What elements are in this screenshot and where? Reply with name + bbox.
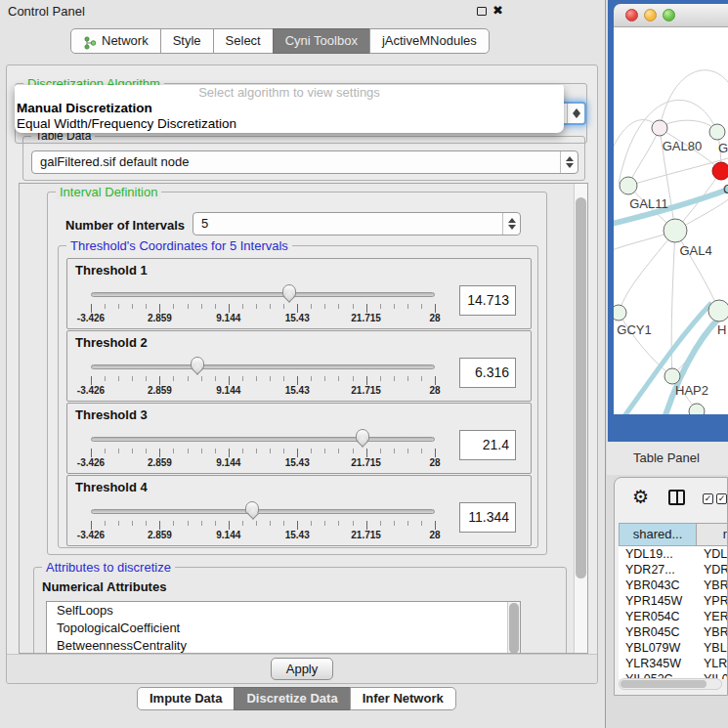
gear-icon[interactable]: ⚙ bbox=[632, 486, 649, 507]
panel-title: Control Panel bbox=[8, 4, 85, 19]
table-panel-title: Table Panel bbox=[633, 450, 700, 465]
mac-zoom-button[interactable] bbox=[663, 9, 675, 21]
network-node[interactable] bbox=[664, 368, 680, 384]
threshold-value-field[interactable]: 14.713 bbox=[459, 285, 516, 316]
table-cell[interactable]: YBR0 bbox=[697, 578, 728, 593]
spinner-down-icon bbox=[566, 163, 574, 168]
table-row[interactable]: YBR043CYBR0 bbox=[619, 578, 728, 593]
network-window-titlebar[interactable] bbox=[614, 4, 728, 27]
combo-spinner[interactable] bbox=[567, 104, 584, 123]
dropdown-option-manual-discretization[interactable]: Manual Discretization bbox=[15, 101, 564, 116]
slider-track[interactable] bbox=[91, 437, 435, 442]
tab-infer-network[interactable]: Infer Network bbox=[350, 687, 456, 710]
split-columns-icon[interactable] bbox=[668, 490, 685, 505]
table-cell[interactable]: YBR045C bbox=[619, 624, 697, 640]
table-cell[interactable]: YLR345W bbox=[619, 656, 697, 671]
close-icon[interactable]: ✖ bbox=[492, 3, 503, 18]
threshold-value-field[interactable]: 21.4 bbox=[459, 430, 516, 460]
table-row[interactable]: YDL19...YDL1 bbox=[619, 546, 728, 562]
network-node[interactable] bbox=[689, 404, 705, 414]
table-data-combobox[interactable]: galFiltered.sif default node bbox=[31, 150, 578, 174]
slider-thumb[interactable] bbox=[245, 501, 259, 514]
network-node[interactable] bbox=[620, 177, 637, 194]
algorithm-dropdown-popup: Select algorithm to view settings Manual… bbox=[15, 85, 564, 133]
table-cell[interactable]: YBR043C bbox=[619, 578, 697, 593]
attribute-list-item[interactable]: SelfLoops bbox=[47, 602, 520, 620]
network-node[interactable] bbox=[708, 300, 728, 321]
table-cell[interactable]: YBL0 bbox=[697, 640, 728, 656]
table-cell[interactable]: YER0 bbox=[697, 609, 728, 624]
column-header-name[interactable]: na bbox=[696, 523, 728, 546]
dropdown-option-equal-width-frequency[interactable]: Equal Width/Frequency Discretization bbox=[15, 116, 564, 132]
tick-label: 9.144 bbox=[216, 385, 240, 396]
network-node[interactable] bbox=[712, 162, 728, 180]
table-cell[interactable]: YPR1 bbox=[697, 593, 728, 609]
table-row[interactable]: YLR345WYLR3 bbox=[619, 656, 728, 671]
tab-cyni-toolbox[interactable]: Cyni Toolbox bbox=[273, 28, 370, 54]
mac-minimize-button[interactable] bbox=[644, 9, 657, 21]
slider-track[interactable] bbox=[91, 292, 435, 297]
tick-label: -3.426 bbox=[77, 385, 105, 396]
dropdown-placeholder: Select algorithm to view settings bbox=[15, 85, 564, 101]
attributes-scrollbar[interactable] bbox=[507, 602, 520, 654]
combo-spinner[interactable] bbox=[502, 213, 520, 235]
slider-thumb[interactable] bbox=[282, 284, 296, 297]
slider-tick-labels: -3.4262.8599.14415.4321.71528 bbox=[91, 385, 436, 398]
table-cell[interactable]: YER054C bbox=[619, 609, 697, 624]
table-row[interactable]: YBR045CYBR0 bbox=[619, 624, 728, 640]
table-cell[interactable]: YBR0 bbox=[697, 624, 728, 640]
threshold-value-field[interactable]: 6.316 bbox=[459, 358, 516, 388]
checkbox-icon[interactable]: ✓ bbox=[703, 493, 713, 504]
attribute-list-item[interactable]: BetweennessCentrality bbox=[47, 637, 520, 654]
tab-style[interactable]: Style bbox=[160, 28, 214, 54]
table-row[interactable]: YBL079WYBL0 bbox=[619, 640, 728, 656]
network-node[interactable] bbox=[709, 124, 725, 140]
slider-thumb[interactable] bbox=[191, 357, 204, 369]
network-node[interactable] bbox=[614, 305, 626, 321]
table-cell[interactable]: YDR2 bbox=[697, 562, 728, 578]
network-canvas[interactable]: GAL80GACGAL11GAL4GCY1HHAP2 bbox=[614, 27, 728, 414]
table-cell[interactable]: YPR145W bbox=[619, 593, 697, 609]
scrollbar-thumb[interactable] bbox=[621, 680, 707, 688]
checkbox-icon[interactable]: ✓ bbox=[716, 493, 727, 504]
table-row[interactable]: YER054CYER0 bbox=[619, 609, 728, 624]
tab-jactivemnodules[interactable]: jActiveMNodules bbox=[369, 28, 490, 54]
attribute-list-item[interactable]: TopologicalCoefficient bbox=[47, 620, 520, 637]
table-horizontal-scrollbar[interactable] bbox=[619, 678, 722, 690]
column-header-shared-name[interactable]: shared... bbox=[619, 523, 697, 546]
number-of-intervals-combobox[interactable]: 5 bbox=[193, 212, 521, 236]
table-cell[interactable]: YLR3 bbox=[697, 656, 728, 671]
tab-network[interactable]: Network bbox=[70, 28, 161, 54]
threshold-value-field[interactable]: 11.344 bbox=[459, 502, 516, 533]
tab-impute-data[interactable]: Impute Data bbox=[137, 687, 235, 710]
apply-button[interactable]: Apply bbox=[271, 658, 333, 680]
table-cell[interactable]: YDL19... bbox=[619, 546, 697, 562]
float-window-icon[interactable] bbox=[477, 7, 487, 16]
right-side: GAL80GACGAL11GAL4GCY1HHAP2 Table Panel ⚙… bbox=[607, 0, 728, 728]
settings-vertical-scrollbar[interactable] bbox=[574, 184, 587, 653]
bottom-tab-bar: Impute Data Discretize Data Infer Networ… bbox=[137, 687, 456, 710]
table-cell[interactable]: YDR27... bbox=[619, 562, 697, 578]
tab-select[interactable]: Select bbox=[213, 28, 274, 54]
table-row[interactable]: YDR27...YDR2 bbox=[619, 562, 728, 578]
table-cell[interactable]: YBL079W bbox=[619, 640, 697, 656]
slider-track[interactable] bbox=[91, 509, 435, 514]
tick-label: 28 bbox=[429, 530, 440, 540]
network-node[interactable] bbox=[652, 120, 667, 136]
network-node[interactable] bbox=[664, 219, 687, 242]
scrollbar-thumb[interactable] bbox=[576, 197, 586, 578]
tab-label: Impute Data bbox=[150, 691, 222, 706]
combo-spinner[interactable] bbox=[560, 151, 578, 173]
slider-track[interactable] bbox=[91, 364, 435, 369]
tab-discretize-data[interactable]: Discretize Data bbox=[234, 687, 350, 710]
mac-close-button[interactable] bbox=[625, 9, 638, 21]
slider-thumb[interactable] bbox=[356, 429, 369, 442]
threshold-3-panel: Threshold 3 -3.4262.8599.14415.4321.7152… bbox=[66, 403, 532, 474]
table-row[interactable]: YPR145WYPR1 bbox=[619, 593, 728, 609]
tab-label: Network bbox=[102, 29, 149, 53]
tick-label: -3.426 bbox=[77, 530, 105, 540]
numerical-attributes-list[interactable]: SelfLoopsTopologicalCoefficientBetweenne… bbox=[46, 601, 521, 654]
table-cell[interactable]: YDL1 bbox=[697, 546, 728, 562]
spinner-down-icon bbox=[508, 225, 516, 230]
scrollbar-thumb[interactable] bbox=[509, 603, 519, 654]
